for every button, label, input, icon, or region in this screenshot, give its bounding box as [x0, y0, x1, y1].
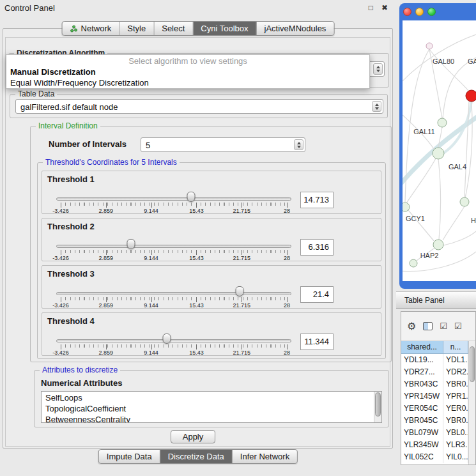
table-row[interactable]: YLR345WYLR3... [401, 439, 468, 451]
network-node[interactable] [433, 240, 443, 250]
threshold-value-field[interactable]: 6.316 [300, 239, 334, 256]
table-row[interactable]: YBR043CYBR0... [401, 378, 468, 390]
table-cell: YPR145W [401, 390, 443, 403]
slider-scale-label: 9.144 [144, 349, 158, 356]
tab-infer-network[interactable]: Infer Network [233, 450, 297, 463]
slider-thumb[interactable] [187, 192, 196, 202]
network-node[interactable] [466, 90, 476, 102]
column-header-1[interactable]: n... [443, 341, 468, 354]
threshold-value-field[interactable]: 14.713 [300, 192, 334, 208]
slider-scale-label: 15.43 [189, 255, 204, 261]
column-header-0[interactable]: shared... [401, 341, 443, 354]
table-row[interactable]: YPR145WYPR1... [401, 390, 468, 403]
slider-thumb[interactable] [163, 334, 171, 344]
list-scrollbar-thumb[interactable] [375, 392, 381, 417]
slider-thumb[interactable] [127, 239, 135, 249]
minimize-window-icon[interactable] [415, 8, 424, 16]
table-data-group-title: Table Data [15, 89, 57, 98]
tab-cyni-toolbox[interactable]: Cyni Toolbox [193, 22, 256, 35]
table-panel-title: Table Panel [404, 296, 445, 305]
threshold-panel: Threshold 4-3.4262.8599.14415.4321.71528… [42, 312, 381, 356]
table-panel: ⚙ ☑ ☑ shared...n... YDL19...YDL1...YDR27… [401, 311, 476, 465]
slider-major-tick [196, 344, 197, 349]
threshold-slider[interactable]: -3.4262.8599.14415.4321.71528 [56, 332, 291, 355]
slider-major-tick [287, 203, 288, 208]
num-intervals-select[interactable]: 5 [141, 137, 305, 152]
close-panel-icon[interactable]: ✖ [381, 3, 388, 12]
slider-major-tick [106, 297, 107, 302]
apply-button[interactable]: Apply [171, 430, 215, 443]
network-node-label: GAL80 [433, 58, 454, 65]
thresholds-container: Threshold 1-3.4262.8599.14415.4321.71528… [38, 171, 385, 356]
slider-major-tick [196, 250, 197, 255]
select-all-columns-icon[interactable]: ☑ [440, 322, 447, 331]
threshold-value-field[interactable]: 11.344 [300, 334, 334, 350]
top-tabs: NetworkStyleSelectCyni ToolboxjActiveMNo… [62, 21, 335, 36]
tab-discretize-data[interactable]: Discretize Data [160, 450, 233, 463]
slider-thumb[interactable] [235, 286, 243, 296]
attribute-item[interactable]: SelfLoops [42, 392, 374, 403]
network-node-label: H [471, 217, 476, 224]
tab-select[interactable]: Select [154, 22, 193, 35]
table-cell: YBR045C [401, 415, 443, 427]
network-node[interactable] [438, 118, 447, 127]
zoom-window-icon[interactable] [427, 8, 436, 16]
tab-label: Select [162, 24, 185, 33]
table-cell: YIL0... [443, 451, 468, 463]
gear-icon[interactable]: ⚙ [407, 321, 416, 332]
table-data-select[interactable]: galFiltered.sif default node [15, 99, 383, 114]
algorithm-placeholder-option[interactable]: Select algorithm to view settings [6, 56, 369, 66]
numerical-attributes-label: Numerical Attributes [41, 378, 122, 388]
column-selector-icon[interactable] [423, 322, 433, 330]
table-scrollbar-thumb[interactable] [470, 346, 475, 382]
table-cell: YBR0... [443, 415, 468, 427]
window-controls [403, 8, 436, 16]
slider-major-tick [151, 203, 152, 208]
slider-major-tick [196, 203, 197, 208]
slider-scale-label: 28 [284, 208, 290, 214]
table-row[interactable]: YIL052CYIL0... [401, 451, 468, 463]
table-data-value: galFiltered.sif default node [20, 102, 118, 111]
network-node[interactable] [403, 203, 410, 211]
table-row[interactable]: YDR27...YDR2... [401, 366, 468, 378]
tab-label: Discretize Data [168, 452, 224, 461]
network-node[interactable] [433, 148, 444, 159]
table-row[interactable]: YBL079WYBL0... [401, 427, 468, 439]
float-window-icon[interactable]: □ [369, 3, 373, 12]
algorithm-dropdown-popup: Select algorithm to view settings Manual… [6, 54, 370, 89]
tab-impute-data[interactable]: Impute Data [99, 450, 160, 463]
slider-major-tick [61, 203, 61, 208]
table-row[interactable]: YER054CYER0... [401, 403, 468, 415]
table-cell: YLR345W [401, 439, 443, 451]
table-row[interactable]: YBR045CYBR0... [401, 415, 468, 427]
slider-scale-label: 15.43 [189, 208, 204, 214]
list-scrollbar[interactable] [374, 392, 381, 422]
slider-scale-label: -3.426 [52, 302, 69, 309]
unselect-all-columns-icon[interactable]: ☑ [454, 322, 462, 331]
slider-major-tick [106, 250, 107, 255]
network-node[interactable] [426, 43, 433, 49]
table-scrollbar[interactable] [468, 341, 475, 464]
tab-style[interactable]: Style [119, 22, 154, 35]
threshold-value-field[interactable]: 21.4 [300, 286, 334, 303]
network-node[interactable] [460, 197, 469, 206]
table-cell: YER054C [401, 403, 443, 415]
table-row[interactable]: YDL19...YDL1... [401, 354, 468, 366]
network-edge [443, 231, 476, 245]
table-cell: YBL079W [401, 427, 443, 439]
tab-label: jActiveMNodules [265, 24, 326, 33]
network-canvas[interactable]: GAL80GAGAL11GAL4GCY1HHAP2 [403, 20, 476, 281]
threshold-panel: Threshold 3-3.4262.8599.14415.4321.71528… [42, 265, 381, 309]
tab-network[interactable]: Network [63, 22, 120, 35]
slider-major-tick [242, 203, 242, 208]
network-node[interactable] [410, 259, 417, 267]
attribute-item[interactable]: TopologicalCoefficient [42, 403, 374, 414]
threshold-slider[interactable]: -3.4262.8599.14415.4321.71528 [56, 285, 291, 308]
threshold-slider[interactable]: -3.4262.8599.14415.4321.71528 [56, 238, 291, 261]
close-window-icon[interactable] [403, 8, 411, 16]
algorithm-option[interactable]: Equal Width/Frequency Discretization [6, 77, 369, 88]
tab-jactivemnodules[interactable]: jActiveMNodules [257, 22, 334, 35]
attribute-item[interactable]: BetweennessCentrality [42, 414, 374, 423]
threshold-slider[interactable]: -3.4262.8599.14415.4321.71528 [56, 190, 291, 213]
algorithm-option[interactable]: Manual Discretization [6, 66, 369, 77]
